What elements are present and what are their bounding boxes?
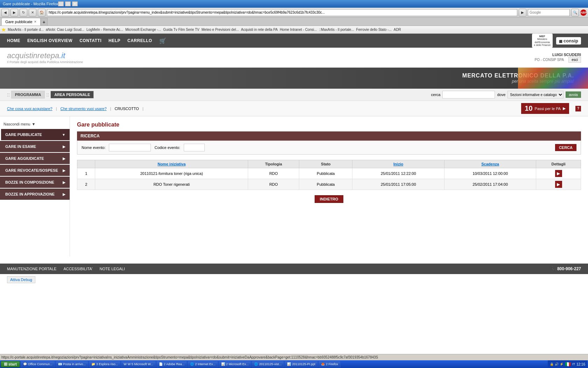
taskbar-item-2[interactable]: 📁 3 Esplora riso... bbox=[89, 361, 121, 367]
bookmark-3[interactable]: Microsoft Exchange -... bbox=[125, 28, 161, 32]
browser-search-input[interactable] bbox=[528, 9, 570, 16]
taskbar-icon-7: 🌐 bbox=[254, 362, 258, 366]
bookmark-0[interactable]: MaxArtis - Il portale d... bbox=[8, 28, 44, 32]
col-stato: Stato bbox=[299, 160, 352, 168]
sidebar-item-gare-esame[interactable]: GARE IN ESAME ▶ bbox=[0, 141, 70, 152]
nav-english[interactable]: ENGLISH OVERVIEW bbox=[27, 38, 72, 43]
go-btn[interactable]: ▶ bbox=[519, 9, 526, 16]
bookmark-8[interactable]: ::MaxArtis - Il portale... bbox=[319, 28, 354, 32]
start-label: start bbox=[8, 362, 17, 366]
sidebar-item-bozze-composizione[interactable]: BOZZE IN COMPOSIZIONE ▶ bbox=[0, 177, 70, 188]
help-question-mark[interactable]: ? bbox=[575, 106, 581, 111]
search-where-select[interactable]: Sezioni informative e catalogo bbox=[507, 91, 564, 98]
tab-close-icon[interactable]: ✕ bbox=[34, 20, 37, 23]
sidebar-label-gare-aggiudicate: GARE AGGIUDICATE bbox=[5, 156, 44, 161]
taskbar-icon-4: 📄 bbox=[159, 362, 163, 366]
col-nome[interactable]: Nome iniziativa bbox=[95, 160, 248, 168]
exit-button[interactable]: esci bbox=[568, 57, 581, 63]
cell-nome-0: 20110121-fornitura toner (riga unica) bbox=[95, 168, 248, 179]
start-button[interactable]: ⊞ start bbox=[1, 361, 20, 367]
taskbar-item-9[interactable]: 🦊 2 Firefox bbox=[318, 361, 341, 367]
nav-home[interactable]: HOME bbox=[7, 38, 20, 43]
hide-menu-btn[interactable]: Nascondi menu ▼ bbox=[0, 120, 70, 128]
sidebar-arrow-5: ▶ bbox=[63, 192, 65, 196]
sidebar-label-gare-esame: GARE IN ESAME bbox=[5, 144, 36, 149]
taskbar-item-8[interactable]: 📊 20110125-PI.ppt bbox=[285, 361, 318, 367]
footer-accessibilita[interactable]: ACCESSIBILITA' bbox=[63, 267, 92, 271]
secondary-navigation: :: PROGRAMMA :: AREA PERSONALE cerca dov… bbox=[0, 89, 588, 101]
bookmark-1[interactable]: aNobi: Ciao Luigi Scud... bbox=[46, 28, 84, 32]
footer-manutenzione[interactable]: MANUTENZIONE PORTALE bbox=[7, 267, 56, 271]
browser-search-btn[interactable]: 🔍 bbox=[571, 9, 579, 16]
detail-btn-0[interactable]: ▶ bbox=[555, 170, 562, 177]
minimize-btn[interactable]: _ bbox=[58, 1, 64, 6]
close-btn[interactable]: ✕ bbox=[72, 1, 78, 6]
col-num bbox=[77, 160, 95, 168]
codice-evento-input[interactable] bbox=[184, 144, 205, 151]
breadcrumb-strumento[interactable]: Che strumento vuoi usare? bbox=[61, 107, 107, 111]
nav-help[interactable]: HELP bbox=[108, 38, 120, 43]
taskbar-system-icons: 🔒 🔊 ⚡ bbox=[550, 362, 564, 366]
taskbar-item-7[interactable]: 🌐 20110125-vist... bbox=[252, 361, 284, 367]
cerca-button[interactable]: CERCA bbox=[555, 144, 576, 151]
maximize-btn[interactable]: □ bbox=[65, 1, 71, 6]
bookmark-9[interactable]: Ferrovie dello Stato -... bbox=[356, 28, 392, 32]
sidebar-item-bozze-approvazione[interactable]: BOZZE IN APPROVAZIONE ▶ bbox=[0, 189, 70, 200]
home-btn[interactable]: 🏠 bbox=[38, 9, 46, 16]
sidebar-arrow-4: ▶ bbox=[63, 180, 65, 184]
taskbar-item-5[interactable]: 🌐 2 Internet Ex... bbox=[188, 361, 218, 367]
taskbar-item-0[interactable]: 💬 Office Commun... bbox=[21, 361, 55, 367]
browser-titlebar: Gare pubblicate - Mozilla Firefox _ □ ✕ bbox=[0, 0, 588, 8]
forward-btn[interactable]: ▶ bbox=[10, 9, 18, 16]
col-inizio[interactable]: Inizio bbox=[352, 160, 444, 168]
footer-note-legali[interactable]: NOTE LEGALI bbox=[100, 267, 125, 271]
page-title: Gare pubblicate bbox=[77, 122, 581, 128]
sidebar-item-gare-revocate[interactable]: GARE REVOCATE/SOSPESE ▶ bbox=[0, 165, 70, 176]
search-avvia-btn[interactable]: avvia bbox=[566, 91, 581, 98]
banner-image bbox=[518, 68, 588, 89]
bookmark-2[interactable]: LogMeIn - Remote Ac... bbox=[86, 28, 123, 32]
reload-btn[interactable]: ↻ bbox=[20, 9, 27, 16]
search-input[interactable] bbox=[442, 91, 495, 98]
stop-btn[interactable]: ✕ bbox=[29, 9, 36, 16]
bookmark-4[interactable]: Guida Tv Film Serie TV bbox=[163, 28, 200, 32]
sidebar-arrow-3: ▶ bbox=[63, 169, 65, 172]
cell-num-1: 2 bbox=[77, 179, 95, 190]
breadcrumb-cruscotto: CRUSCOTTO bbox=[114, 107, 139, 111]
tab-programma[interactable]: PROGRAMMA bbox=[11, 91, 45, 98]
address-bar[interactable] bbox=[47, 9, 517, 16]
abp-btn[interactable]: ABP bbox=[580, 9, 587, 16]
sidebar-label-gare-revocate: GARE REVOCATE/SOSPESE bbox=[5, 168, 58, 172]
tab-area-personale[interactable]: AREA PERSONALE bbox=[50, 91, 94, 98]
active-tab[interactable]: Gare pubblicate ✕ bbox=[1, 18, 41, 26]
back-btn[interactable]: ◀ bbox=[1, 9, 9, 16]
search-where-label: dove bbox=[497, 93, 505, 97]
new-tab-btn[interactable]: + bbox=[41, 18, 48, 26]
taskbar-item-3[interactable]: W W 5 Microsoft W... bbox=[121, 361, 156, 367]
col-scadenza[interactable]: Scadenza bbox=[444, 160, 536, 168]
ten-steps-num: 10 bbox=[525, 104, 532, 113]
taskbar-item-6[interactable]: 📊 2 Microsoft Ex... bbox=[219, 361, 251, 367]
debug-button[interactable]: Attiva Debug bbox=[7, 276, 35, 283]
bookmark-5[interactable]: Meteo e Previsioni del... bbox=[202, 28, 239, 32]
taskbar-icon-8: 📊 bbox=[287, 362, 291, 366]
indietro-button[interactable]: INDIETRO bbox=[315, 195, 344, 203]
detail-btn-1[interactable]: ▶ bbox=[555, 181, 562, 188]
programma-dots: :: bbox=[7, 92, 10, 97]
taskbar-item-4[interactable]: 📄 2 Adobe Rea... bbox=[156, 361, 187, 367]
sidebar-label-bozze-approvazione: BOZZE IN APPROVAZIONE bbox=[5, 192, 55, 196]
ten-steps-banner[interactable]: 10 Passi per le PA ▶ bbox=[521, 103, 569, 114]
taskbar-icon-6: 📊 bbox=[221, 362, 225, 366]
sidebar-item-gare-aggiudicate[interactable]: GARE AGGIUDICATE ▶ bbox=[0, 153, 70, 164]
bookmark-6[interactable]: Acquisti in rete della PA bbox=[241, 28, 278, 32]
sidebar-item-gare-pubblicate[interactable]: GARE PUBBLICATE ▼ bbox=[0, 129, 70, 140]
breadcrumb-acquistare[interactable]: Che cosa vuoi acquistare? bbox=[7, 107, 52, 111]
nome-evento-input[interactable] bbox=[109, 144, 151, 151]
bookmark-7[interactable]: Home Intranet - Consi... bbox=[280, 28, 317, 32]
bookmark-10[interactable]: ADR bbox=[394, 28, 401, 32]
taskbar-item-1[interactable]: 📧 Posta in arrivo... bbox=[56, 361, 88, 367]
cell-scadenza-1: 25/02/2011 17:04:00 bbox=[444, 179, 536, 190]
nav-carrello[interactable]: CARRELLO bbox=[127, 38, 152, 43]
cell-stato-1: Pubblicata bbox=[299, 179, 352, 190]
nav-contatti[interactable]: CONTATTI bbox=[79, 38, 102, 43]
